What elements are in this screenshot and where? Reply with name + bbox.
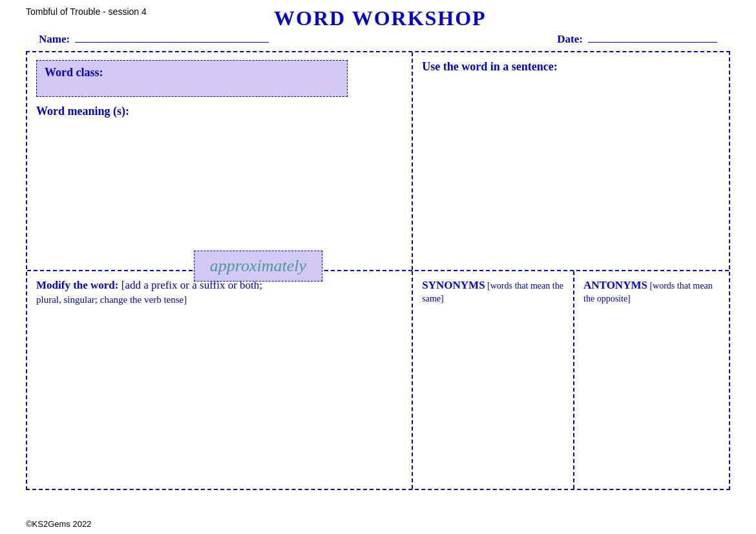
antonyms-bold: ANTONYMS xyxy=(583,279,647,291)
session-label: Tombful of Trouble - session 4 xyxy=(26,6,147,17)
footer-text: ©KS2Gems 2022 xyxy=(26,519,91,529)
page-container: Tombful of Trouble - session 4 WORD WORK… xyxy=(0,0,756,534)
synonyms-bold: SYNONYMS xyxy=(422,279,485,291)
bottom-antonyms: ANTONYMS [words that mean the opposite] xyxy=(574,271,729,489)
top-row: Word class: Word meaning (s): approximat… xyxy=(27,52,729,271)
main-grid: Word class: Word meaning (s): approximat… xyxy=(26,51,730,490)
featured-word-overlay: approximately xyxy=(194,251,322,282)
date-line xyxy=(588,42,717,43)
word-class-label: Word class: xyxy=(45,66,103,79)
modify-label-bold: Modify the word: xyxy=(36,279,118,291)
top-bar: Tombful of Trouble - session 4 WORD WORK… xyxy=(26,6,730,30)
date-label: Date: xyxy=(557,33,583,45)
left-col: Word class: Word meaning (s): approximat… xyxy=(27,52,413,270)
footer: ©KS2Gems 2022 xyxy=(26,519,91,529)
bottom-left: Modify the word: [add a prefix or a suff… xyxy=(27,271,413,489)
name-line xyxy=(75,42,269,43)
use-sentence-label: Use the word in a sentence: xyxy=(422,60,720,74)
word-meaning-label: Word meaning (s): xyxy=(36,105,403,118)
date-field: Date: xyxy=(557,33,717,46)
name-field: Name: xyxy=(39,33,269,46)
page-title: WORD WORKSHOP xyxy=(147,6,614,30)
word-class-content xyxy=(45,79,339,91)
bottom-synonyms: SYNONYMS [words that mean the same] xyxy=(413,271,574,489)
word-class-box: Word class: xyxy=(36,60,348,97)
antonyms-label: ANTONYMS [words that mean the opposite] xyxy=(583,279,720,305)
name-date-row: Name: Date: xyxy=(26,33,730,46)
featured-word-text: approximately xyxy=(210,256,306,275)
bottom-row: Modify the word: [add a prefix or a suff… xyxy=(27,271,729,489)
modify-sub: plural, singular; change the verb tense] xyxy=(36,294,403,305)
synonyms-label: SYNONYMS [words that mean the same] xyxy=(422,279,564,305)
name-label: Name: xyxy=(39,33,70,45)
right-col: Use the word in a sentence: xyxy=(413,52,729,270)
